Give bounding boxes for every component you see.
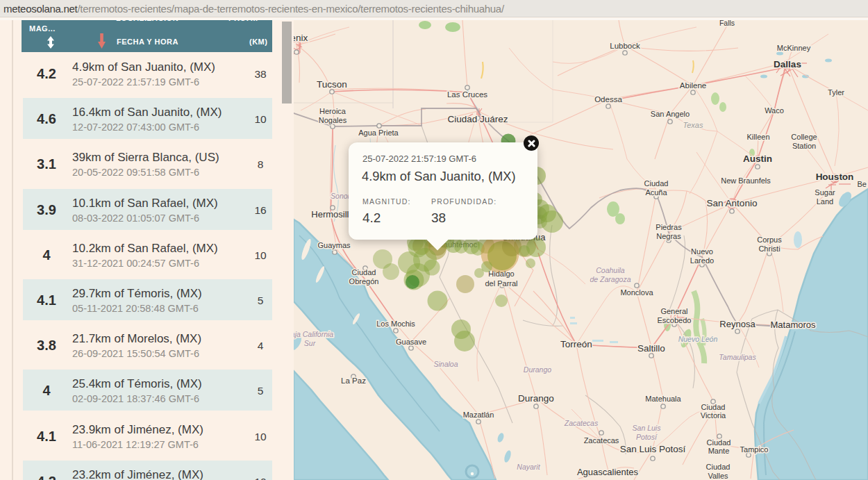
svg-text:de Zaragoza: de Zaragoza [590, 275, 631, 283]
svg-text:del Parral: del Parral [485, 279, 517, 288]
svg-text:La Paz: La Paz [341, 376, 366, 385]
svg-text:oenix: oenix [294, 33, 308, 43]
svg-text:New Braunfels: New Braunfels [721, 176, 771, 185]
svg-text:Ciudad: Ciudad [706, 463, 731, 471]
svg-text:San Luis Potosí: San Luis Potosí [620, 444, 686, 454]
svg-text:Obregón: Obregón [349, 277, 379, 285]
svg-text:Ciudad: Ciudad [707, 438, 731, 447]
svg-text:Austin: Austin [743, 154, 772, 164]
svg-text:Matehuala: Matehuala [645, 395, 681, 403]
svg-text:Laredo: Laredo [690, 256, 714, 265]
svg-text:Guaymas: Guaymas [317, 241, 351, 249]
svg-text:Matamoros: Matamoros [770, 320, 816, 330]
svg-text:Coahuila: Coahuila [596, 266, 625, 274]
svg-text:Agua Prieta: Agua Prieta [358, 129, 399, 137]
svg-text:Sinaloa: Sinaloa [433, 360, 458, 368]
svg-text:Ciudad Juárez: Ciudad Juárez [447, 114, 508, 124]
svg-text:Nogales: Nogales [319, 116, 347, 124]
svg-text:Nuevo León: Nuevo León [678, 335, 718, 343]
svg-text:Tamaulipas: Tamaulipas [719, 353, 756, 361]
svg-text:Durango: Durango [524, 365, 551, 374]
svg-text:Ciudad: Ciudad [352, 268, 376, 276]
svg-text:Ciudad: Ciudad [701, 403, 726, 411]
svg-text:Zacatecas: Zacatecas [564, 419, 599, 427]
svg-text:Houston: Houston [816, 172, 854, 182]
svg-text:Piedras: Piedras [656, 223, 682, 231]
svg-text:Torreón: Torreón [560, 339, 592, 349]
svg-text:Sugar: Sugar [815, 188, 835, 197]
svg-text:Hermosillo: Hermosillo [311, 209, 353, 220]
svg-text:Potosí: Potosí [636, 433, 658, 441]
svg-text:San Luis: San Luis [633, 424, 662, 432]
svg-text:Corpus: Corpus [757, 235, 782, 244]
svg-text:McKinney: McKinney [777, 44, 811, 52]
svg-text:Durango: Durango [518, 393, 554, 404]
svg-text:Abilene: Abilene [680, 81, 706, 90]
svg-text:Sur: Sur [304, 339, 316, 347]
svg-text:Lubbock: Lubbock [610, 42, 640, 50]
svg-text:Be: Be [858, 180, 867, 188]
svg-text:Guasave: Guasave [396, 338, 426, 346]
svg-text:Las Cruces: Las Cruces [447, 90, 487, 99]
svg-text:Baja California: Baja California [294, 330, 333, 338]
svg-text:San Angelo: San Angelo [651, 110, 690, 118]
svg-text:Christi: Christi [758, 245, 780, 253]
svg-text:Texas: Texas [683, 121, 703, 129]
svg-text:Station: Station [792, 142, 816, 150]
svg-text:Saltillo: Saltillo [637, 343, 665, 354]
svg-text:Nuevo: Nuevo [691, 247, 713, 256]
svg-text:Mante: Mante [708, 447, 730, 455]
svg-text:Reynosa: Reynosa [719, 319, 756, 329]
svg-text:College: College [791, 133, 817, 141]
svg-text:Zacatecas: Zacatecas [584, 436, 619, 445]
svg-text:Land: Land [817, 197, 833, 206]
svg-text:Negras: Negras [656, 232, 681, 240]
svg-text:San Antonio: San Antonio [707, 198, 758, 208]
svg-text:Nayarit: Nayarit [517, 463, 540, 471]
svg-text:Tampico: Tampico [740, 445, 769, 454]
svg-text:Killeen: Killeen [746, 133, 769, 141]
svg-text:Monclova: Monclova [620, 288, 653, 297]
svg-text:Aguascalientes: Aguascalientes [577, 467, 639, 477]
svg-text:Los Mochis: Los Mochis [376, 320, 415, 328]
svg-text:Dallas: Dallas [774, 59, 801, 69]
svg-text:Victoria: Victoria [701, 411, 726, 420]
svg-text:Tyler: Tyler [828, 88, 844, 97]
svg-text:Mazatlán: Mazatlán [463, 411, 494, 419]
svg-text:Tucson: Tucson [317, 79, 347, 90]
svg-text:Acuña: Acuña [645, 188, 667, 197]
svg-text:Valles: Valles [708, 472, 728, 480]
svg-text:Odessa: Odessa [594, 95, 622, 104]
svg-text:General: General [660, 307, 687, 315]
svg-text:Ciudad: Ciudad [644, 179, 669, 188]
svg-text:Waco: Waco [765, 106, 784, 115]
svg-text:Heroica: Heroica [319, 107, 347, 115]
svg-text:Falls: Falls [719, 20, 735, 27]
svg-text:Escobedo: Escobedo [658, 316, 692, 324]
